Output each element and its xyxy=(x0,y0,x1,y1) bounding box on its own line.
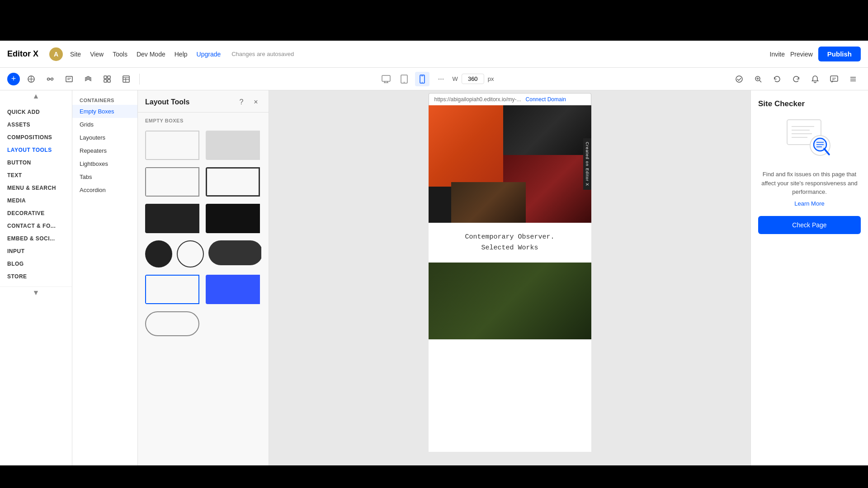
sidebar-item-decorative[interactable]: DECORATIVE xyxy=(0,207,72,220)
preview-button[interactable]: Preview xyxy=(790,51,813,58)
settings-icon[interactable] xyxy=(845,71,861,87)
nav-site[interactable]: Site xyxy=(70,51,81,58)
sidebar-item-layout-tools[interactable]: LAYOUT TOOLS xyxy=(0,144,72,156)
site-checker-illustration xyxy=(758,117,861,163)
add-element-button[interactable]: + xyxy=(7,73,20,85)
toolbar-right xyxy=(731,71,861,87)
sidebar-item-blog[interactable]: BLOG xyxy=(0,258,72,270)
sidebar-item-input[interactable]: INPUT xyxy=(0,245,72,258)
sidebar-item-contact[interactable]: CONTACT & FO... xyxy=(0,220,72,232)
connect-domain-link[interactable]: Connect Domain xyxy=(526,96,566,103)
canvas-text-section: Contemporary Observer. Selected Works xyxy=(429,223,591,263)
container-grids[interactable]: Grids xyxy=(72,118,137,131)
more-devices-icon[interactable]: ··· xyxy=(433,71,448,87)
check-page-button[interactable]: Check Page xyxy=(758,216,861,234)
autosave-status: Changes are autosaved xyxy=(231,51,294,57)
nav-help[interactable]: Help xyxy=(175,51,188,58)
sidebar-item-text[interactable]: TEXT xyxy=(0,169,72,182)
panel-actions: ? × xyxy=(236,97,261,108)
nav-upgrade[interactable]: Upgrade xyxy=(197,51,221,58)
canvas-watermark: Created on Editor X xyxy=(583,138,591,190)
desktop-device-button[interactable] xyxy=(379,72,393,86)
shape-black-rect-2[interactable] xyxy=(206,204,262,233)
svg-point-22 xyxy=(404,82,405,83)
sidebar-item-menu-search[interactable]: MENU & SEARCH xyxy=(0,182,72,194)
sidebar-item-button[interactable]: BUTTON xyxy=(0,156,72,169)
canvas-url-bar-wrap: https://abigailopiah0.editorx.io/my-... … xyxy=(269,90,750,105)
canvas-photo-bottom xyxy=(429,263,591,339)
svg-point-24 xyxy=(422,82,423,83)
container-empty-boxes[interactable]: Empty Boxes xyxy=(72,105,137,118)
svg-point-26 xyxy=(736,76,742,82)
shape-outline-blue[interactable] xyxy=(145,275,201,304)
bottom-bar xyxy=(0,465,868,488)
connect-tool-icon[interactable] xyxy=(42,71,58,87)
mobile-device-button[interactable] xyxy=(415,72,429,86)
shape-gray-rect[interactable] xyxy=(206,131,262,160)
empty-boxes-label: EMPTY BOXES xyxy=(138,113,269,127)
nav-tools[interactable]: Tools xyxy=(113,51,127,58)
sidebar-scroll-down[interactable]: ▼ xyxy=(0,287,72,299)
panel-help-button[interactable]: ? xyxy=(236,97,247,108)
site-checker-description: Find and fix issues on this page that af… xyxy=(758,170,861,197)
shape-pill-outline[interactable] xyxy=(145,311,199,336)
width-input[interactable] xyxy=(462,74,484,84)
toolbar-center: ··· W px xyxy=(379,71,494,87)
shape-outline-rect[interactable] xyxy=(145,131,201,160)
zoom-icon[interactable] xyxy=(750,71,766,87)
shape-outline-large[interactable] xyxy=(145,167,201,197)
container-repeaters[interactable]: Repeaters xyxy=(72,144,137,157)
site-checker-title: Site Checker xyxy=(758,99,861,108)
sidebar-item-compositions[interactable]: COMPOSITIONS xyxy=(0,131,72,144)
shape-blue-rect[interactable] xyxy=(206,275,262,304)
shape-black-rect-1[interactable] xyxy=(145,204,201,233)
layout-tools-panel: Layout Tools ? × EMPTY BOXES xyxy=(138,90,269,465)
pages-tool-icon[interactable] xyxy=(24,71,39,87)
canvas-photo-1 xyxy=(429,105,503,187)
shape-pill-dark[interactable] xyxy=(208,240,261,267)
sidebar-item-embed[interactable]: EMBED & SOCI... xyxy=(0,232,72,245)
table-icon[interactable] xyxy=(118,71,134,87)
shape-outline-thick[interactable] xyxy=(206,167,262,197)
nav-devmode[interactable]: Dev Mode xyxy=(137,51,165,58)
container-lightboxes[interactable]: Lightboxes xyxy=(72,157,137,170)
svg-rect-31 xyxy=(830,76,838,81)
sidebar-item-store[interactable]: STORE xyxy=(0,270,72,283)
learn-more-link[interactable]: Learn More xyxy=(758,200,861,207)
canvas-frame: Created on Editor X Contemporary Observe… xyxy=(429,105,591,452)
layers-icon[interactable] xyxy=(80,71,96,87)
svg-rect-10 xyxy=(108,76,110,79)
chat-icon[interactable] xyxy=(826,71,842,87)
photo-collage: Created on Editor X xyxy=(429,105,591,223)
invite-button[interactable]: Invite xyxy=(770,51,785,58)
container-tabs[interactable]: Tabs xyxy=(72,170,137,183)
sidebar-scroll-up[interactable]: ▲ xyxy=(0,90,72,102)
undo-icon[interactable] xyxy=(769,71,785,87)
shapes-row-6 xyxy=(138,308,269,340)
pages-list-icon[interactable] xyxy=(61,71,77,87)
svg-rect-6 xyxy=(66,76,72,82)
publish-button[interactable]: Publish xyxy=(818,47,861,61)
nav-view[interactable]: View xyxy=(90,51,104,58)
container-layouters[interactable]: Layouters xyxy=(72,131,137,144)
left-sidebar: ▲ QUICK ADD ASSETS COMPOSITIONS LAYOUT T… xyxy=(0,90,72,465)
canvas-main-text-line1: Contemporary Observer. xyxy=(436,232,584,243)
site-avatar[interactable]: A xyxy=(49,47,63,61)
shape-circle-black[interactable] xyxy=(145,240,172,267)
containers-panel: CONTAINERS Empty Boxes Grids Layouters R… xyxy=(72,90,138,465)
redo-icon[interactable] xyxy=(788,71,804,87)
canvas-photo-4 xyxy=(451,182,526,223)
sidebar-item-quick-add[interactable]: QUICK ADD xyxy=(0,106,72,118)
notifications-icon[interactable] xyxy=(807,71,823,87)
shape-circle-outline[interactable] xyxy=(177,240,204,267)
tablet-device-button[interactable] xyxy=(397,72,411,86)
canvas-url-bar: https://abigailopiah0.editorx.io/my-... … xyxy=(429,93,591,105)
panel-close-button[interactable]: × xyxy=(250,97,261,108)
sidebar-item-media[interactable]: MEDIA xyxy=(0,194,72,207)
container-accordion[interactable]: Accordion xyxy=(72,183,137,197)
check-icon[interactable] xyxy=(731,71,747,87)
width-label: W xyxy=(452,75,458,82)
sidebar-item-assets[interactable]: ASSETS xyxy=(0,118,72,131)
components-icon[interactable] xyxy=(99,71,115,87)
canvas-scroll-area: Created on Editor X Contemporary Observe… xyxy=(429,105,591,452)
